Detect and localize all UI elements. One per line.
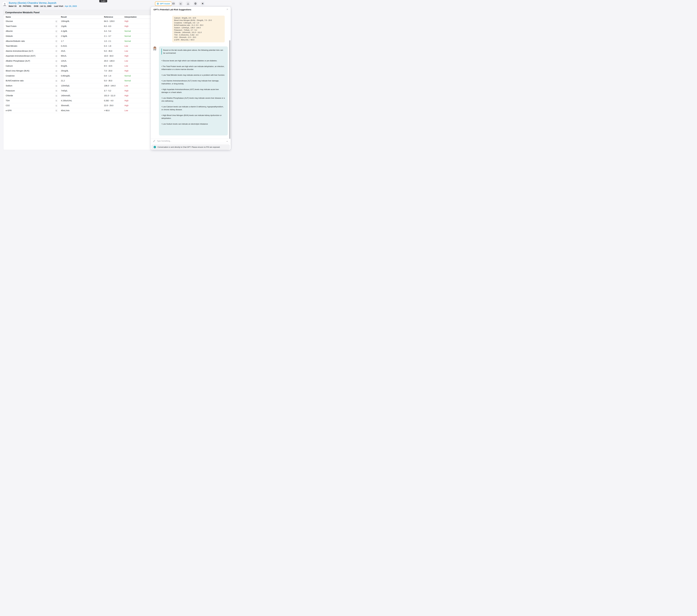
test-name: Glucose [6, 20, 56, 22]
test-interpretation: Normal [124, 30, 151, 32]
table-row: Globulin2.5g/dL2.1 - 3.7Normal [3, 34, 151, 39]
test-reference: 5.0 - 35.0 [104, 50, 124, 52]
test-interpretation: High [124, 100, 151, 102]
test-name: TSH [6, 100, 56, 102]
mail-button[interactable] [171, 1, 176, 6]
trend-chart-icon[interactable] [56, 20, 61, 22]
quill-icon[interactable] [153, 140, 155, 142]
test-result: 45mL/min [61, 109, 104, 111]
trend-chart-icon[interactable] [56, 40, 61, 42]
trend-chart-icon[interactable] [56, 90, 61, 92]
test-reference: 8.5 - 10.5 [104, 65, 124, 67]
trend-chart-icon[interactable] [56, 95, 61, 97]
trend-chart-icon[interactable] [56, 100, 61, 102]
table-row: BUN/Creatinine ratio21.25.0 - 35.0Normal [3, 78, 151, 83]
test-interpretation: Normal [124, 35, 151, 37]
trend-chart-icon[interactable] [56, 109, 61, 111]
test-interpretation: High [124, 20, 151, 22]
test-result: 2IU/L [61, 50, 104, 52]
test-result: 12g/dL [61, 25, 104, 27]
lab-summary-line: Calcium : 6mg/dL, 8.5 - 10.5 [174, 17, 223, 19]
panel-close-icon[interactable]: ✕ [226, 8, 228, 11]
test-reference: 10.0 - 34.0 [104, 55, 124, 57]
test-interpretation: Low [124, 109, 151, 111]
test-interpretation: High [124, 94, 151, 97]
table-row: Alkaline Phosphatase (ALP)12IU/L20.0 - 1… [3, 59, 151, 63]
lab-summary-line: Sodium : 120mEq/L, 136.0 - 144.0 [174, 27, 223, 29]
patient-dob: DOB : Jul 11, 1989 [34, 5, 51, 7]
test-reference: 3.7 - 5.2 [104, 90, 124, 92]
test-interpretation: High [124, 70, 151, 72]
risk-bullet: • High Blood Urea Nitrogen (BUN) levels … [161, 114, 225, 120]
trend-chart-icon[interactable] [56, 45, 61, 47]
test-interpretation: Normal [124, 40, 151, 42]
trend-chart-icon[interactable] [56, 55, 61, 57]
table-row: Total Bilirubin0.2IU/L0.3 - 1.9Low [3, 44, 151, 49]
test-interpretation: High [124, 25, 151, 27]
assistant-message-bubble: Based on the lab results data given abov… [159, 46, 228, 135]
gpt-assist-button[interactable]: GPT Assist [155, 1, 172, 6]
chat-input[interactable] [157, 140, 226, 142]
test-result: 2.5g/dL [61, 35, 104, 37]
test-reference: 6.0 - 8.3 [104, 25, 124, 27]
test-interpretation: Normal [124, 79, 151, 82]
risk-bullet: • High Aspartate Aminotransferase (AST) … [161, 88, 225, 94]
trend-chart-icon[interactable] [56, 105, 61, 107]
test-name: CO2 [6, 104, 56, 107]
risk-bullet: • The Total Protein levels are high whic… [161, 65, 225, 71]
table-row: TSH4.150uIU/mL0.282 - 4.0High [3, 98, 151, 103]
test-result: 130mg/dL [61, 20, 104, 22]
test-result: 65IU/L [61, 55, 104, 57]
patient-name[interactable]: Sunny (Sonie) Chandra Verma Jayesh [9, 1, 56, 4]
trend-chart-icon[interactable] [56, 25, 61, 27]
lab-summary-box: Calcium : 6mg/dL, 8.5 - 10.5Blood Urea N… [172, 16, 225, 42]
page-counter-badge: 1 of 4 [99, 0, 107, 2]
test-reference: 5.0 - 35.0 [104, 79, 124, 82]
lab-summary-line: TSH : 4.150uIU/mL, 0.282 - 4.0 [174, 34, 223, 36]
trend-chart-icon[interactable] [56, 50, 61, 52]
trend-chart-icon[interactable] [56, 30, 61, 32]
trend-chart-icon[interactable] [56, 70, 61, 72]
lab-summary-line: Creatinine : 0.85mg/dL, 0.8 - 1.4 [174, 22, 223, 24]
trend-chart-button[interactable] [178, 1, 183, 6]
close-button[interactable]: ✕ [200, 1, 205, 6]
trend-chart-icon[interactable] [56, 60, 61, 62]
last-visit-date[interactable]: Apr 20, 2023 [65, 5, 77, 7]
test-name: Alkaline Phosphatase (ALP) [6, 60, 56, 62]
trend-chart-icon[interactable] [56, 75, 61, 77]
send-arrow-icon[interactable]: → [226, 140, 228, 142]
test-reference: 0.282 - 4.0 [104, 100, 124, 102]
test-result: 21.2 [61, 79, 104, 82]
table-row: Total Protein12g/dL6.0 - 8.3High [3, 24, 151, 29]
trend-chart-icon[interactable] [56, 80, 61, 82]
message-bullets: • Glucose levels are high which can indi… [161, 59, 225, 125]
test-reference: 7.0 - 20.0 [104, 70, 124, 72]
table-row: Albumin4.2g/dL3.4 - 5.4Normal [3, 29, 151, 34]
chat-scrollbar-thumb[interactable] [229, 40, 230, 139]
test-reference: 22.0 - 29.0 [104, 104, 124, 107]
test-result: 7mEq/L [61, 90, 104, 92]
trend-chart-icon[interactable] [56, 85, 61, 87]
test-name: Potassium [6, 90, 56, 92]
test-name: Globulin [6, 35, 56, 37]
trend-chart-icon[interactable] [56, 65, 61, 67]
table-row: Creatinine0.85mg/dL0.8 - 1.4Normal [3, 73, 151, 78]
table-row: Albumin/Globulin ratio1.71.0 - 2.1Normal [3, 39, 151, 44]
test-result: 12IU/L [61, 60, 104, 62]
test-name: Total Bilirubin [6, 45, 56, 47]
person-icon [3, 2, 7, 6]
test-interpretation: High [124, 55, 151, 57]
trend-chart-icon[interactable] [56, 35, 61, 37]
test-name: Alanine Aminotransferase (ALT) [6, 50, 56, 52]
test-result: 6mg/dL [61, 65, 104, 67]
test-interpretation: Normal [124, 75, 151, 77]
test-interpretation: High [124, 90, 151, 92]
lab-summary-line: BUN/Creatinine ratio : 21.2, 5.0 - 35.0 [174, 24, 223, 27]
table-row: Sodium120mEq/L136.0 - 144.0Low [3, 83, 151, 88]
lab-summary-line: Potassium : 7mEq/L, 3.7 - 5.2 [174, 29, 223, 31]
print-button[interactable] [193, 1, 198, 6]
table-row: Blood Urea Nitrogen (BUN)25mg/dL7.0 - 20… [3, 69, 151, 73]
download-button[interactable] [186, 1, 190, 6]
gpt-assist-label: GPT Assist [160, 3, 170, 5]
patient-avatar [2, 1, 8, 7]
